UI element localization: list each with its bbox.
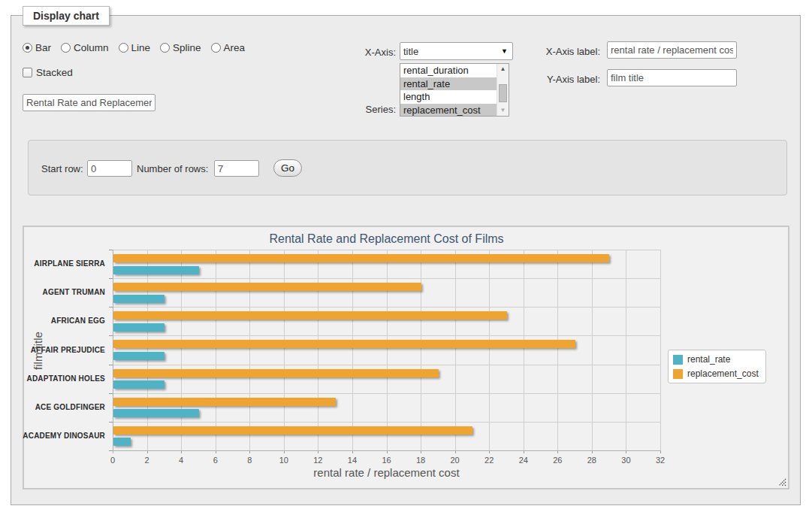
bar-rental_rate	[113, 323, 165, 332]
chart-type-label[interactable]: Spline	[173, 42, 201, 53]
x-tick-label: 32	[649, 456, 672, 465]
chart-type-group: BarColumnLineSplineArea	[23, 42, 245, 53]
x-tick-label: 24	[512, 456, 535, 465]
x-tick-label: 28	[581, 456, 603, 465]
series-caption: Series:	[321, 104, 396, 116]
radio-icon[interactable]	[61, 43, 71, 53]
gridline-y	[113, 422, 660, 423]
gridline-x	[592, 250, 593, 450]
bar-rental_rate	[113, 380, 165, 389]
category-label: ACADEMY DINOSAUR	[23, 432, 105, 440]
series-option-rental_duration[interactable]: rental_duration	[400, 64, 497, 77]
x-tick-label: 20	[444, 456, 466, 465]
bar-replacement_cost	[113, 311, 507, 320]
category-label: AGENT TRUMAN	[23, 288, 105, 296]
y-axis-title: film title	[32, 306, 44, 396]
bar-replacement_cost	[113, 369, 439, 377]
gridline-x	[318, 250, 318, 450]
y-axis-label-caption: Y-Axis label:	[495, 74, 600, 86]
gridline-y	[113, 335, 660, 336]
num-rows-caption: Number of rows:	[137, 163, 208, 175]
start-row-input[interactable]	[87, 160, 132, 177]
gridline-x	[352, 250, 353, 450]
legend-item-replacement_cost[interactable]: replacement_cost	[673, 368, 759, 379]
legend-item-rental_rate[interactable]: rental_rate	[673, 354, 759, 365]
num-rows-input[interactable]	[214, 160, 259, 177]
x-tick-label: 8	[238, 456, 261, 465]
x-tick-label: 22	[478, 456, 500, 465]
chart-type-area[interactable]: Area	[211, 42, 246, 53]
x-tick-label: 6	[204, 456, 227, 465]
x-axis-label-caption: X-Axis label:	[495, 46, 600, 58]
bar-rental_rate	[113, 352, 165, 360]
x-axis-caption: X-Axis:	[321, 47, 396, 59]
chart-type-column[interactable]: Column	[61, 42, 109, 53]
x-axis-selected-value: title	[403, 46, 418, 57]
gridline-x	[249, 250, 250, 450]
stacked-checkbox[interactable]	[23, 68, 32, 77]
gridline-y	[113, 250, 660, 250]
scroll-up-icon[interactable]: ▲	[497, 64, 509, 74]
gridline-x	[181, 250, 182, 450]
x-axis-label-input[interactable]	[607, 41, 737, 59]
chart-type-label[interactable]: Line	[131, 42, 151, 53]
x-tick-label: 4	[170, 456, 192, 465]
x-tick-label: 30	[614, 456, 637, 465]
radio-icon[interactable]	[211, 43, 221, 53]
chart-type-label[interactable]: Bar	[35, 42, 51, 53]
chart-type-label[interactable]: Column	[74, 42, 109, 53]
chart-type-line[interactable]: Line	[119, 42, 151, 53]
go-button[interactable]: Go	[273, 159, 302, 177]
start-row-caption: Start row:	[41, 163, 83, 175]
bar-replacement_cost	[113, 340, 575, 348]
scrollbar-thumb[interactable]	[499, 84, 507, 102]
category-label: ACE GOLDFINGER	[23, 403, 105, 411]
stacked-option[interactable]: Stacked	[23, 67, 73, 78]
series-scrollbar[interactable]: ▲ ▼	[497, 64, 509, 116]
radio-icon[interactable]	[119, 43, 128, 53]
gridline-x	[626, 250, 626, 450]
bar-replacement_cost	[113, 426, 472, 435]
gridline-x	[455, 250, 456, 450]
chart-type-spline[interactable]: Spline	[160, 42, 201, 53]
x-tick-label: 12	[306, 456, 329, 465]
bar-rental_rate	[113, 409, 199, 417]
radio-icon[interactable]	[23, 43, 32, 53]
gridline-x	[387, 250, 388, 450]
gridline-x	[147, 250, 148, 450]
gridline-y	[113, 307, 660, 308]
chart-title-input[interactable]	[23, 94, 155, 111]
bar-replacement_cost	[113, 283, 421, 291]
bar-rental_rate	[113, 266, 199, 274]
bar-rental_rate	[113, 438, 131, 446]
gridline-y	[113, 278, 660, 279]
x-tick-label: 14	[341, 456, 364, 465]
legend-swatch-icon	[673, 355, 683, 365]
series-option-length[interactable]: length	[400, 90, 497, 104]
x-tick-label: 10	[273, 456, 295, 465]
series-option-replacement_cost[interactable]: replacement_cost	[400, 104, 497, 117]
series-option-rental_rate[interactable]: rental_rate	[400, 77, 497, 91]
legend-label: rental_rate	[687, 354, 730, 365]
scroll-down-icon[interactable]: ▼	[497, 105, 509, 116]
legend-label: replacement_cost	[687, 368, 759, 379]
category-label: AIRPLANE SIERRA	[23, 259, 105, 268]
chart-container: Rental Rate and Replacement Cost of Film…	[23, 226, 789, 489]
radio-icon[interactable]	[160, 43, 170, 53]
chart-type-bar[interactable]: Bar	[23, 42, 51, 53]
x-tick-label: 26	[546, 456, 569, 465]
series-listbox[interactable]: rental_durationrental_ratelengthreplacem…	[400, 63, 509, 117]
bar-replacement_cost	[113, 398, 336, 406]
gridline-x	[216, 250, 216, 450]
gridline-x	[489, 250, 490, 450]
chart-type-label[interactable]: Area	[224, 42, 246, 53]
x-tick-label: 18	[409, 456, 432, 465]
gridline-y	[113, 365, 660, 365]
resize-handle-icon[interactable]	[778, 478, 786, 486]
y-axis-label-input[interactable]	[607, 69, 737, 86]
gridline-x	[284, 250, 285, 450]
stacked-label[interactable]: Stacked	[36, 67, 73, 78]
gridline-y	[113, 393, 660, 394]
chart-legend: rental_ratereplacement_cost	[668, 350, 766, 383]
x-tick-label: 0	[101, 456, 124, 465]
